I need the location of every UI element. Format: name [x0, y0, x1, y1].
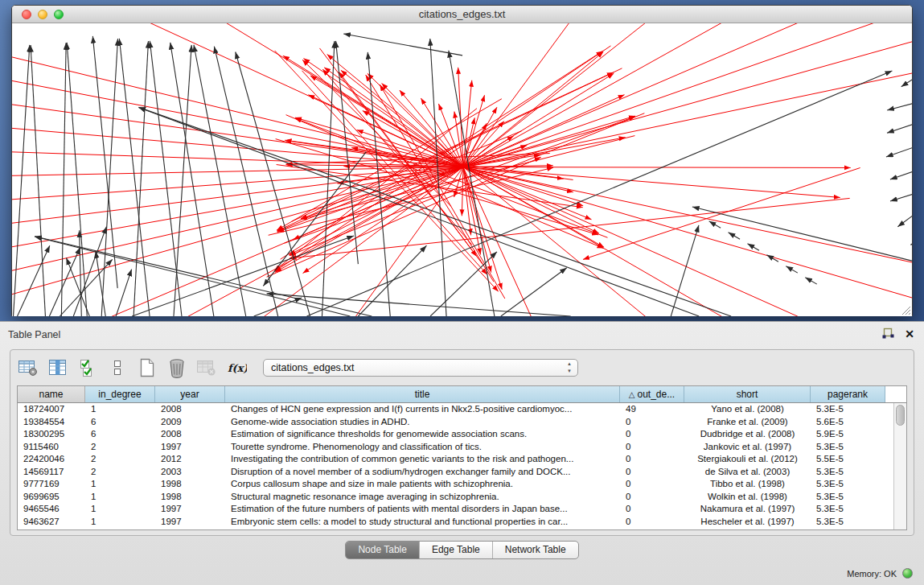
- table-cell: 9699695: [18, 491, 85, 504]
- table-cell: 1997: [155, 516, 225, 529]
- table-browser: f(x) citations_edges.txt ▲▼ name in_degr…: [10, 349, 914, 536]
- float-panel-icon[interactable]: [881, 328, 895, 340]
- table-row[interactable]: 977716911998Corpus callosum shape and si…: [18, 478, 893, 491]
- table-row[interactable]: 1872400712008Changes of HCN gene express…: [18, 403, 893, 416]
- table-cell: 22420046: [18, 453, 85, 466]
- scrollbar-thumb[interactable]: [896, 405, 905, 426]
- table-cell: 1: [85, 403, 155, 416]
- table-cell: 1: [85, 503, 155, 516]
- table-cell: 5.3E-5: [811, 441, 885, 454]
- network-window[interactable]: citations_edges.txt: [11, 5, 913, 316]
- column-header-out-degree[interactable]: △out_de...: [620, 386, 684, 402]
- table-cell: 6: [85, 428, 155, 441]
- table-cell: Estimation of the future numbers of pati…: [225, 503, 620, 516]
- table-cell: Stergiakouli et al. (2012): [684, 453, 811, 466]
- table-cell: 0: [620, 503, 684, 516]
- column-header-short[interactable]: short: [684, 386, 811, 402]
- table-cell: 0: [620, 441, 684, 454]
- table-cell: 5.3E-5: [811, 478, 885, 491]
- table-cell: 19384554: [18, 416, 85, 429]
- table-cell: 49: [620, 403, 684, 416]
- table-cell: 6: [85, 416, 155, 429]
- table-toolbar: f(x) citations_edges.txt ▲▼: [17, 354, 578, 381]
- table-cell: Genome-wide association studies in ADHD.: [225, 416, 620, 429]
- window-resize-grip[interactable]: [901, 305, 911, 315]
- table-cell: 2009: [155, 416, 225, 429]
- table-cell: 5.3E-5: [811, 466, 885, 479]
- table-cell: Corpus callosum shape and size in male p…: [225, 478, 620, 491]
- combo-arrows-icon: ▲▼: [567, 360, 572, 375]
- status-bar: Memory: OK: [0, 564, 924, 585]
- row-selection-icon[interactable]: [76, 357, 99, 378]
- window-titlebar[interactable]: citations_edges.txt: [12, 6, 912, 23]
- table-panel: Table Panel ✕: [0, 321, 924, 585]
- table-row[interactable]: 1456911722003Disruption of a novel membe…: [18, 466, 893, 479]
- tab-edge-table[interactable]: Edge Table: [420, 542, 493, 558]
- memory-ok-indicator[interactable]: [902, 568, 913, 579]
- table-cell: Dudbridge et al. (2008): [684, 428, 811, 441]
- table-cell: 1: [85, 491, 155, 504]
- table-cell: 2008: [155, 428, 225, 441]
- table-panel-title: Table Panel: [8, 329, 60, 340]
- delete-icon[interactable]: [166, 357, 188, 378]
- memory-status-label: Memory: OK: [847, 569, 897, 579]
- rows-icon[interactable]: [106, 357, 129, 378]
- citation-network-graph[interactable]: [12, 23, 912, 316]
- sort-ascending-icon: △: [629, 390, 635, 399]
- column-header-pagerank[interactable]: pagerank: [811, 386, 885, 402]
- table-cell: 0: [620, 516, 684, 529]
- table-cell: Estimation of significance thresholds fo…: [225, 428, 620, 441]
- svg-text:f(x): f(x): [228, 362, 247, 374]
- table-cell: 0: [620, 478, 684, 491]
- table-row[interactable]: 911546021997Tourette syndrome. Phenomeno…: [18, 441, 893, 454]
- new-document-icon[interactable]: [136, 357, 158, 378]
- function-builder-icon[interactable]: f(x): [225, 357, 248, 378]
- table-selector-value: citations_edges.txt: [271, 362, 355, 373]
- table-row[interactable]: 969969511998Structural magnetic resonanc…: [18, 491, 893, 504]
- table-settings-icon[interactable]: [17, 357, 39, 378]
- table-cell: 9777169: [18, 478, 85, 491]
- table-cell: 5.5E-5: [811, 453, 885, 466]
- table-cell: 5.6E-5: [811, 416, 885, 429]
- table-cell: de Silva et al. (2003): [684, 466, 811, 479]
- column-header-year[interactable]: year: [155, 386, 225, 402]
- table-cell: Embryonic stem cells: a model to study s…: [225, 516, 620, 529]
- table-cell: 5.3E-5: [811, 491, 885, 504]
- network-view[interactable]: [12, 23, 912, 316]
- table-row[interactable]: 946554611997Estimation of the future num…: [18, 503, 893, 516]
- table-selector[interactable]: citations_edges.txt ▲▼: [263, 359, 578, 377]
- table-cell: 2: [85, 453, 155, 466]
- table-cell: 9463627: [18, 516, 85, 529]
- close-panel-icon[interactable]: ✕: [905, 328, 914, 340]
- table-cell: Yano et al. (2008): [684, 403, 811, 416]
- delete-table-icon[interactable]: [195, 357, 218, 378]
- table-tabs: Node Table Edge Table Network Table: [0, 541, 924, 559]
- table-row[interactable]: 2242004622012Investigating the contribut…: [18, 453, 893, 466]
- table-cell: 2012: [155, 453, 225, 466]
- column-header-title[interactable]: title: [225, 386, 620, 402]
- table-cell: Franke et al. (2009): [684, 416, 811, 429]
- table-row[interactable]: 946362711997Embryonic stem cells: a mode…: [18, 516, 893, 529]
- table-cell: Hescheler et al. (1997): [684, 516, 811, 529]
- table-cell: 1998: [155, 491, 225, 504]
- column-header-in-degree[interactable]: in_degree: [85, 386, 155, 402]
- column-header-name[interactable]: name: [18, 386, 85, 402]
- table-cell: 0: [620, 428, 684, 441]
- table-body: 1872400712008Changes of HCN gene express…: [18, 403, 893, 529]
- table-cell: 1: [85, 516, 155, 529]
- table-cell: 5.3E-5: [811, 403, 885, 416]
- table-scrollbar[interactable]: [893, 403, 906, 529]
- table-cell: Investigating the contribution of common…: [225, 453, 620, 466]
- column-visibility-icon[interactable]: [47, 357, 69, 378]
- window-title: citations_edges.txt: [12, 8, 912, 20]
- table-cell: 9115460: [18, 441, 85, 454]
- table-cell: 5.3E-5: [811, 516, 885, 529]
- tab-network-table[interactable]: Network Table: [493, 542, 578, 558]
- table-cell: 18724007: [18, 403, 85, 416]
- tab-node-table[interactable]: Node Table: [346, 542, 420, 558]
- table-row[interactable]: 1830029562008Estimation of significance …: [18, 428, 893, 441]
- table-row[interactable]: 1938455462009Genome-wide association stu…: [18, 416, 893, 429]
- table-cell: 1997: [155, 503, 225, 516]
- table-cell: Tibbo et al. (1998): [684, 478, 811, 491]
- table-cell: Disruption of a novel member of a sodium…: [225, 466, 620, 479]
